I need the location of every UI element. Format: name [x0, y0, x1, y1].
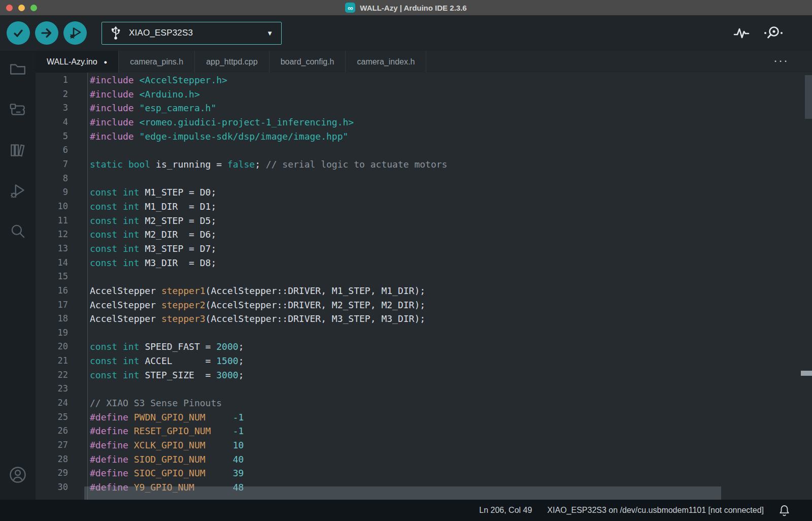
- editor-content: WALL-Azy.ino ● camera_pins.h app_httpd.c…: [36, 51, 812, 500]
- minimize-button[interactable]: [18, 5, 25, 11]
- line-number[interactable]: 26: [36, 424, 87, 438]
- usb-icon: [110, 25, 121, 41]
- line-number[interactable]: 21: [36, 354, 87, 368]
- window-title: WALL-Azy | Arduino IDE 2.3.6: [360, 4, 466, 12]
- code-line[interactable]: #include "esp_camera.h": [90, 101, 812, 115]
- vertical-scrollbar-thumb[interactable]: [805, 75, 812, 119]
- line-number[interactable]: 2: [36, 87, 87, 102]
- line-number[interactable]: 28: [36, 452, 87, 467]
- line-number[interactable]: 23: [36, 382, 87, 396]
- line-number[interactable]: 8: [36, 172, 87, 186]
- debug-button[interactable]: [63, 21, 87, 45]
- code-line[interactable]: const int M2_STEP = D5;: [90, 214, 812, 228]
- line-number[interactable]: 20: [36, 340, 87, 354]
- zoom-button[interactable]: [30, 5, 37, 11]
- line-number[interactable]: 14: [36, 256, 87, 270]
- code-line[interactable]: static bool is_running = false; // seria…: [90, 157, 812, 172]
- line-number[interactable]: 12: [36, 227, 87, 242]
- verify-button[interactable]: [7, 21, 30, 45]
- line-number[interactable]: 25: [36, 410, 87, 425]
- code-line[interactable]: AccelStepper stepper3(AccelStepper::DRIV…: [90, 312, 812, 326]
- debug-icon: [68, 26, 82, 40]
- code-line[interactable]: [90, 382, 812, 396]
- code-line[interactable]: [90, 270, 812, 284]
- code-line[interactable]: #include <AccelStepper.h>: [90, 73, 812, 87]
- line-number[interactable]: 27: [36, 438, 87, 452]
- toolbar-right-group: [731, 15, 786, 51]
- arrow-right-icon: [40, 26, 53, 40]
- code-line[interactable]: // XIAO S3 Sense Pinouts: [90, 396, 812, 410]
- line-number[interactable]: 9: [36, 185, 87, 200]
- code-line[interactable]: const int M1_STEP = D0;: [90, 185, 812, 200]
- tab-camera-pins-h[interactable]: camera_pins.h: [119, 51, 195, 73]
- code-line[interactable]: AccelStepper stepper2(AccelStepper::DRIV…: [90, 298, 812, 312]
- code-line[interactable]: #define RESET_GPIO_NUM -1: [90, 424, 812, 438]
- code-line[interactable]: #define XCLK_GPIO_NUM 10: [90, 438, 812, 452]
- line-number[interactable]: 18: [36, 312, 87, 326]
- code-area[interactable]: #include <AccelStepper.h>#include <Ardui…: [88, 73, 812, 500]
- code-line[interactable]: [90, 143, 812, 157]
- line-number[interactable]: 13: [36, 242, 87, 256]
- line-number[interactable]: 19: [36, 326, 87, 340]
- upload-button[interactable]: [35, 21, 58, 45]
- code-line[interactable]: const int M3_STEP = D7;: [90, 242, 812, 256]
- line-number[interactable]: 11: [36, 214, 87, 228]
- search-icon: [9, 222, 27, 241]
- sidebar-item-boards-manager[interactable]: [7, 99, 29, 121]
- overview-ruler-cursor-marker: [801, 371, 812, 376]
- notifications-button[interactable]: [779, 504, 790, 516]
- more-actions-button[interactable]: ···: [770, 60, 792, 61]
- line-number[interactable]: 7: [36, 157, 87, 172]
- line-number[interactable]: 30: [36, 480, 87, 495]
- tab-board-config-h[interactable]: board_config.h: [269, 51, 346, 73]
- code-editor[interactable]: 1234567891011121314151617181920212223242…: [36, 73, 812, 500]
- code-line[interactable]: const int STEP_SIZE = 3000;: [90, 368, 812, 382]
- serial-monitor-button[interactable]: [761, 22, 786, 44]
- line-number[interactable]: 6: [36, 143, 87, 157]
- sidebar-item-debug[interactable]: [7, 180, 29, 202]
- tab-wall-azy-ino[interactable]: WALL-Azy.ino ●: [36, 51, 119, 73]
- horizontal-scrollbar-thumb[interactable]: [84, 486, 721, 500]
- code-line[interactable]: #define SIOD_GPIO_NUM 40: [90, 452, 812, 467]
- code-line[interactable]: const int SPEED_FAST = 2000;: [90, 340, 812, 354]
- line-number[interactable]: 10: [36, 200, 87, 214]
- code-line[interactable]: const int M3_DIR = D8;: [90, 256, 812, 270]
- tab-bar: WALL-Azy.ino ● camera_pins.h app_httpd.c…: [36, 51, 812, 73]
- line-number[interactable]: 29: [36, 466, 87, 480]
- line-number[interactable]: 17: [36, 298, 87, 312]
- board-selector[interactable]: XIAO_ESP32S3 ▼: [101, 22, 282, 45]
- code-line[interactable]: [90, 172, 812, 186]
- activity-sidebar: [0, 51, 36, 500]
- code-line[interactable]: #include "edge-impulse-sdk/dsp/image/ima…: [90, 129, 812, 144]
- sidebar-item-sketchbook[interactable]: [7, 58, 29, 80]
- line-number[interactable]: 24: [36, 396, 87, 410]
- code-line[interactable]: #include <romeo.giudici-project-1_infere…: [90, 115, 812, 129]
- line-number[interactable]: 1: [36, 73, 87, 87]
- library-books-icon: [9, 141, 27, 159]
- line-number[interactable]: 16: [36, 284, 87, 298]
- tab-app-httpd-cpp[interactable]: app_httpd.cpp: [195, 51, 269, 73]
- sidebar-item-library-manager[interactable]: [7, 139, 29, 161]
- serial-plotter-button[interactable]: [731, 23, 752, 43]
- code-line[interactable]: AccelStepper stepper1(AccelStepper::DRIV…: [90, 284, 812, 298]
- close-button[interactable]: [6, 5, 13, 11]
- line-number[interactable]: 15: [36, 270, 87, 284]
- line-number-gutter[interactable]: 1234567891011121314151617181920212223242…: [36, 73, 88, 500]
- sidebar-item-account[interactable]: [7, 464, 29, 486]
- code-line[interactable]: const int M2_DIR = D6;: [90, 227, 812, 242]
- check-icon: [12, 26, 25, 40]
- board-icon: [9, 101, 27, 119]
- code-line[interactable]: #define SIOC_GPIO_NUM 39: [90, 466, 812, 480]
- tab-camera-index-h[interactable]: camera_index.h: [346, 51, 426, 73]
- code-line[interactable]: const int M1_DIR = D1;: [90, 200, 812, 214]
- tab-label: camera_index.h: [357, 57, 415, 67]
- sidebar-item-search[interactable]: [7, 220, 29, 243]
- code-line[interactable]: const int ACCEL = 1500;: [90, 354, 812, 368]
- line-number[interactable]: 3: [36, 101, 87, 115]
- code-line[interactable]: #include <Arduino.h>: [90, 87, 812, 102]
- line-number[interactable]: 22: [36, 368, 87, 382]
- code-line[interactable]: [90, 326, 812, 340]
- line-number[interactable]: 5: [36, 129, 87, 144]
- code-line[interactable]: #define PWDN_GPIO_NUM -1: [90, 410, 812, 425]
- line-number[interactable]: 4: [36, 115, 87, 129]
